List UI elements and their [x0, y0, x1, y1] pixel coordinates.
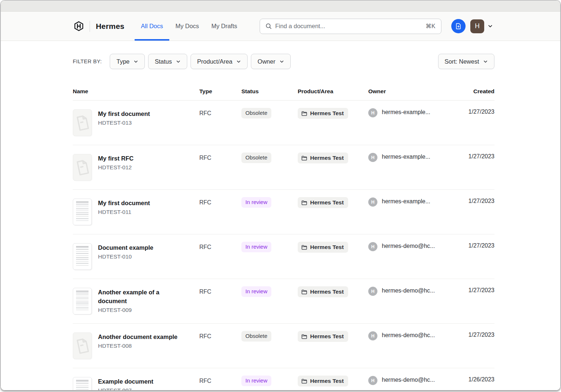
table-row[interactable]: My first RFC HDTEST-012 RFC Obsolete Her…: [73, 145, 494, 190]
draft-doc-icon: [75, 113, 91, 132]
owner-email: hermes-demo@hc...: [382, 377, 435, 383]
brand-group: Hermes: [74, 12, 124, 41]
user-menu[interactable]: H: [470, 19, 493, 33]
status-badge: Obsolete: [241, 108, 271, 118]
search-icon: [266, 23, 272, 29]
filter-type-dropdown[interactable]: Type: [110, 54, 145, 69]
product-area-badge[interactable]: Hermes Test: [298, 108, 348, 119]
column-header-product-area[interactable]: Product/Area: [298, 88, 368, 95]
brand-divider: [90, 21, 90, 32]
doc-name[interactable]: My first document: [98, 199, 150, 208]
owner-email: hermes-demo@hc...: [382, 332, 435, 339]
doc-id: HDTEST-010: [98, 253, 153, 260]
table-row[interactable]: Another document example HDTEST-008 RFC …: [73, 324, 494, 368]
folder-icon: [301, 245, 307, 250]
new-document-button[interactable]: [451, 19, 466, 33]
app-title: Hermes: [96, 22, 124, 31]
owner-email: hermes-example...: [382, 154, 430, 160]
doc-name[interactable]: My first document: [98, 110, 150, 118]
sort-dropdown[interactable]: Sort: Newest: [438, 54, 494, 69]
folder-icon: [301, 155, 307, 161]
new-document-icon: [455, 23, 462, 30]
owner-avatar: H: [368, 376, 377, 385]
owner-avatar: H: [368, 108, 377, 117]
product-area-badge[interactable]: Hermes Test: [298, 197, 348, 208]
table-row[interactable]: My first document HDTEST-011 RFC In revi…: [73, 190, 494, 234]
doc-created-date: 1/27/2023: [459, 332, 494, 338]
owner-email: hermes-demo@hc...: [382, 287, 435, 294]
filter-owner-dropdown[interactable]: Owner: [251, 54, 291, 69]
doc-type: RFC: [199, 109, 241, 117]
doc-id: HDTEST-011: [98, 209, 150, 215]
doc-created-date: 1/27/2023: [459, 287, 494, 294]
owner-email: hermes-demo@hc...: [382, 243, 435, 249]
chevron-down-icon: [487, 23, 493, 29]
search-input[interactable]: [275, 23, 422, 30]
doc-name[interactable]: Another document example: [98, 333, 177, 342]
doc-type: RFC: [199, 198, 241, 206]
nav-tabs: All Docs My Docs My Drafts: [135, 12, 243, 41]
doc-created-date: 1/27/2023: [459, 153, 494, 160]
filter-product-area-dropdown[interactable]: Product/Area: [191, 54, 248, 69]
tab-my-drafts[interactable]: My Drafts: [205, 12, 244, 41]
doc-name[interactable]: Document example: [98, 244, 153, 252]
column-header-type[interactable]: Type: [199, 88, 241, 95]
search-shortcut: ⌘K: [426, 23, 436, 30]
folder-icon: [301, 334, 307, 339]
doc-thumbnail: [73, 154, 92, 181]
doc-name[interactable]: My first RFC: [98, 154, 133, 163]
product-area-label: Hermes Test: [310, 154, 344, 162]
tab-my-docs[interactable]: My Docs: [169, 12, 205, 41]
table-row[interactable]: My first document HDTEST-013 RFC Obsolet…: [73, 101, 494, 145]
owner-email: hermes-example...: [382, 109, 430, 116]
nav-actions: H: [451, 19, 493, 33]
product-area-label: Hermes Test: [310, 333, 344, 340]
doc-id: HDTEST-009: [98, 307, 189, 313]
product-area-label: Hermes Test: [310, 377, 344, 385]
product-area-badge[interactable]: Hermes Test: [298, 152, 348, 163]
table-row[interactable]: Document example HDTEST-010 RFC In revie…: [73, 234, 494, 279]
doc-text-lines: [76, 247, 89, 267]
table-row[interactable]: Another example of a document HDTEST-009…: [73, 279, 494, 324]
doc-name[interactable]: Example document: [98, 377, 153, 386]
product-area-badge[interactable]: Hermes Test: [298, 242, 348, 253]
tab-all-docs[interactable]: All Docs: [135, 12, 169, 41]
owner-avatar: H: [368, 153, 377, 162]
doc-created-date: 1/27/2023: [459, 198, 494, 204]
status-badge: In review: [241, 242, 271, 252]
user-avatar[interactable]: H: [470, 19, 484, 33]
chevron-down-icon: [483, 59, 488, 64]
table-row[interactable]: Example document HDTEST-007 RFC In revie…: [73, 368, 494, 390]
column-header-status[interactable]: Status: [241, 88, 298, 95]
product-area-badge[interactable]: Hermes Test: [298, 286, 348, 297]
doc-name[interactable]: Another example of a document: [98, 288, 189, 306]
owner-email: hermes-example...: [382, 198, 430, 205]
doc-id: HDTEST-007: [98, 387, 153, 390]
product-area-label: Hermes Test: [310, 244, 344, 251]
owner-avatar: H: [368, 287, 377, 296]
doc-created-date: 1/27/2023: [459, 109, 494, 115]
document-search[interactable]: ⌘K: [260, 19, 441, 34]
doc-thumbnail: [73, 377, 92, 390]
draft-doc-icon: [75, 336, 91, 355]
doc-text-lines: [76, 292, 89, 311]
owner-avatar: H: [368, 197, 377, 207]
product-area-label: Hermes Test: [310, 288, 344, 295]
filter-status-dropdown[interactable]: Status: [148, 54, 187, 69]
owner-avatar: H: [368, 331, 377, 340]
folder-icon: [301, 111, 307, 116]
chevron-down-icon: [133, 59, 138, 64]
column-header-created[interactable]: Created: [459, 88, 494, 95]
column-header-owner[interactable]: Owner: [368, 88, 459, 95]
status-badge: Obsolete: [241, 152, 271, 163]
chevron-down-icon: [279, 59, 284, 64]
column-header-name[interactable]: Name: [73, 88, 199, 95]
doc-thumbnail: [73, 109, 92, 136]
folder-icon: [301, 378, 307, 384]
filter-by-label: FILTER BY:: [73, 59, 102, 64]
product-area-badge[interactable]: Hermes Test: [298, 376, 348, 387]
product-area-badge[interactable]: Hermes Test: [298, 331, 348, 342]
draft-doc-icon: [75, 158, 91, 177]
product-area-label: Hermes Test: [310, 110, 344, 117]
owner-avatar: H: [368, 242, 377, 251]
